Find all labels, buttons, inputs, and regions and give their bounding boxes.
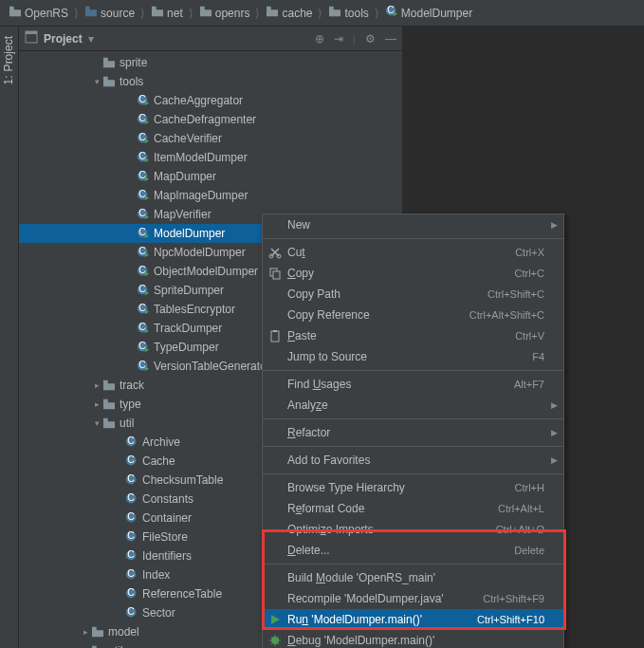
svg-rect-75 — [273, 330, 277, 332]
chevron-right-icon: ⟩ — [375, 7, 379, 20]
menu-item[interactable]: Analyze▶ — [263, 395, 563, 416]
class-icon: C — [125, 568, 138, 582]
breadcrumb-label: source — [101, 7, 135, 20]
menu-shortcut: Ctrl+Alt+O — [496, 524, 544, 535]
tree-item-label: util — [120, 417, 134, 430]
cut-icon — [267, 246, 283, 259]
menu-shortcut: Ctrl+Shift+F9 — [483, 593, 544, 604]
tree-item[interactable]: CCacheDefragmenter — [19, 110, 402, 129]
expand-icon[interactable]: ▾ — [91, 418, 102, 428]
class-run-icon: C — [137, 284, 150, 297]
svg-marker-76 — [271, 615, 280, 624]
class-run-icon: C — [137, 94, 150, 107]
collapse-icon[interactable]: ⇥ — [334, 32, 343, 46]
class-icon: C — [125, 606, 138, 620]
folder-icon — [91, 626, 104, 638]
tree-item-label: type — [120, 398, 141, 411]
tree-item[interactable]: ▾tools — [19, 72, 402, 91]
tree-item-label: VersionTableGenerator — [154, 360, 270, 373]
breadcrumb-item[interactable]: CModelDumper — [382, 3, 475, 23]
menu-item[interactable]: Browse Type HierarchyCtrl+H — [263, 477, 563, 498]
tree-item[interactable]: CMapImageDumper — [19, 186, 402, 205]
folder-icon — [102, 380, 116, 391]
breadcrumb-label: ModelDumper — [401, 7, 472, 20]
tree-item-label: MapDumper — [154, 170, 216, 183]
svg-text:C: C — [127, 435, 135, 446]
folder-src-icon — [84, 6, 98, 20]
submenu-arrow-icon: ▶ — [551, 428, 558, 437]
tree-item[interactable]: sprite — [19, 53, 402, 72]
breadcrumb-label: openrs — [215, 7, 250, 20]
breadcrumb-item[interactable]: tools — [325, 4, 371, 22]
tree-item[interactable]: CCacheVerifier — [19, 129, 402, 148]
class-run-icon: C — [385, 5, 398, 21]
breadcrumb-label: net — [167, 7, 183, 20]
tree-item-label: Cache — [142, 454, 175, 468]
class-icon: C — [125, 435, 138, 449]
tree-item[interactable]: CItemModelDumper — [19, 148, 402, 167]
menu-separator — [263, 473, 563, 474]
svg-text:C: C — [127, 587, 135, 598]
class-run-icon: C — [137, 189, 150, 202]
folder-icon — [199, 6, 212, 20]
tree-item-label: ReferenceTable — [142, 587, 222, 601]
menu-item[interactable]: CopyCtrl+C — [263, 263, 563, 284]
menu-item[interactable]: Copy PathCtrl+Shift+C — [263, 284, 563, 305]
target-icon[interactable]: ⊕ — [315, 32, 324, 46]
menu-item[interactable]: CutCtrl+X — [263, 242, 563, 263]
menu-item-label: Debug 'ModelDumper.main()' — [287, 634, 434, 647]
menu-item[interactable]: Recompile 'ModelDumper.java'Ctrl+Shift+F… — [263, 588, 563, 609]
panel-title: Project — [44, 32, 83, 46]
menu-shortcut: Alt+F7 — [514, 379, 544, 390]
breadcrumb-item[interactable]: openrs — [196, 4, 253, 22]
class-icon: C — [125, 492, 138, 506]
menu-item[interactable]: Build Module 'OpenRS_main' — [263, 567, 563, 588]
run-icon — [267, 613, 283, 626]
svg-point-77 — [271, 637, 279, 644]
gear-icon[interactable]: ⚙ — [365, 32, 376, 46]
tree-item-label: SpriteDumper — [154, 284, 224, 297]
menu-item[interactable]: New▶ — [263, 214, 563, 235]
menu-item[interactable]: Delete...Delete — [263, 540, 563, 561]
divider: | — [353, 32, 356, 46]
menu-item[interactable]: PasteCtrl+V — [263, 325, 563, 346]
sidebar-tab[interactable]: 1: Project — [0, 27, 19, 648]
submenu-arrow-icon: ▶ — [551, 455, 558, 465]
expand-icon[interactable]: ▸ — [91, 380, 102, 390]
menu-item[interactable]: Refactor▶ — [263, 422, 563, 443]
svg-rect-73 — [273, 271, 280, 279]
breadcrumb-item[interactable]: source — [82, 4, 138, 22]
hide-icon[interactable]: — — [385, 32, 396, 46]
sidebar-tab-index: 1: — [2, 75, 15, 84]
class-run-icon: C — [137, 132, 150, 145]
expand-icon[interactable]: ▸ — [91, 399, 102, 409]
expand-icon[interactable]: ▸ — [80, 627, 91, 637]
folder-icon — [328, 6, 341, 20]
menu-item[interactable]: Copy ReferenceCtrl+Alt+Shift+C — [263, 305, 563, 325]
folder-icon — [151, 6, 164, 20]
breadcrumb-item[interactable]: OpenRS — [6, 4, 71, 22]
tree-item[interactable]: CMapDumper — [19, 167, 402, 186]
expand-icon[interactable]: ▾ — [91, 77, 102, 86]
project-icon — [25, 30, 38, 46]
tree-item-label: NpcModelDumper — [154, 246, 246, 259]
menu-item[interactable]: Find UsagesAlt+F7 — [263, 374, 563, 395]
class-run-icon: C — [137, 113, 150, 126]
menu-item[interactable]: Run 'ModelDumper.main()'Ctrl+Shift+F10 — [263, 609, 563, 630]
menu-item[interactable]: Reformat CodeCtrl+Alt+L — [263, 498, 563, 519]
tree-item-label: util — [108, 644, 122, 648]
menu-item[interactable]: Jump to SourceF4 — [263, 346, 563, 367]
folder-icon — [266, 6, 279, 20]
tree-item-label: ItemModelDumper — [154, 151, 248, 164]
tree-item[interactable]: CCacheAggregator — [19, 91, 402, 110]
class-run-icon: C — [137, 322, 150, 335]
class-run-icon: C — [137, 303, 150, 316]
menu-item-label: Find Usages — [287, 378, 351, 391]
breadcrumb-item[interactable]: cache — [263, 4, 315, 22]
menu-item[interactable]: Add to Favorites▶ — [263, 450, 563, 471]
dropdown-arrow-icon[interactable]: ▾ — [88, 32, 94, 46]
menu-item[interactable]: Debug 'ModelDumper.main()' — [263, 630, 563, 648]
breadcrumb-item[interactable]: net — [148, 4, 186, 22]
menu-shortcut: Ctrl+V — [515, 330, 544, 342]
menu-item[interactable]: Optimize ImportsCtrl+Alt+O — [263, 519, 563, 540]
